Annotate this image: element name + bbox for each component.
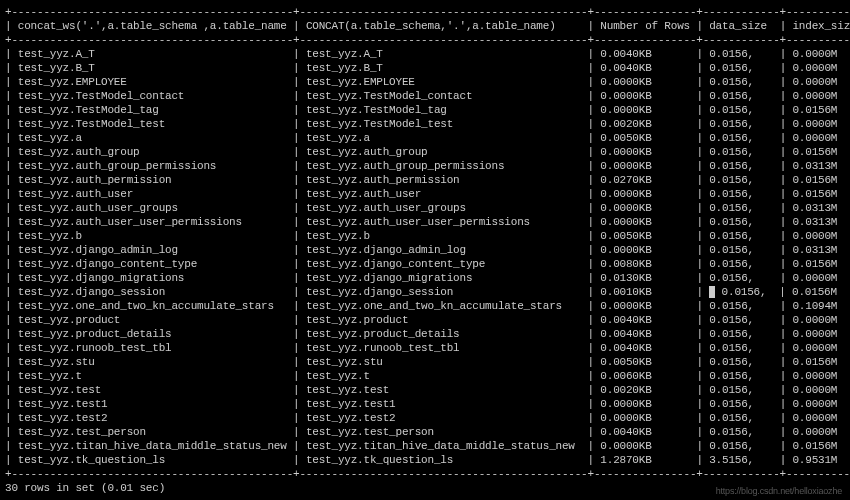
table-row: | test_yyz.auth_user_groups | test_yyz.a… — [5, 201, 845, 215]
cell: 0.0156M — [792, 174, 850, 186]
cell: 0.0000KB — [600, 90, 690, 102]
cell: 0.0156, — [709, 188, 773, 200]
cell: 0.0156, — [709, 230, 773, 242]
cell: 0.0156, — [709, 48, 773, 60]
table-row: | test_yyz.django_session | test_yyz.dja… — [5, 285, 845, 299]
cell: 0.0000M — [792, 62, 850, 74]
table-row: | test_yyz.auth_group | test_yyz.auth_gr… — [5, 145, 845, 159]
cell: 0.0156, — [709, 440, 773, 452]
table-row: | test_yyz.auth_permission | test_yyz.au… — [5, 173, 845, 187]
cell: test_yyz.product — [306, 314, 581, 326]
cell: test_yyz.titan_hive_data_middle_status_n… — [18, 440, 287, 452]
cell: 0.0156, — [709, 426, 773, 438]
table-row: | test_yyz.TestModel_contact | test_yyz.… — [5, 89, 845, 103]
cell: test_yyz.A_T — [306, 48, 581, 60]
cell: 0.0156, — [709, 356, 773, 368]
cell: 0.0313M — [792, 216, 850, 228]
cell: test_yyz.t — [306, 370, 581, 382]
cell: data_size — [709, 20, 773, 32]
cell: 0.0000KB — [600, 188, 690, 200]
table-row: | test_yyz.django_migrations | test_yyz.… — [5, 271, 845, 285]
table-row: | test_yyz.test2 | test_yyz.test2 | 0.00… — [5, 411, 845, 425]
table-row: | test_yyz.tk_question_ls | test_yyz.tk_… — [5, 453, 845, 467]
cell: 0.0000KB — [600, 202, 690, 214]
cell: test_yyz.django_session — [18, 286, 287, 298]
cell: test_yyz.EMPLOYEE — [18, 76, 287, 88]
cell: 0.0000KB — [600, 160, 690, 172]
table-row: | test_yyz.TestModel_test | test_yyz.Tes… — [5, 117, 845, 131]
cell: 0.0156, — [709, 146, 773, 158]
cell: 0.0156, — [709, 314, 773, 326]
cell: test_yyz.one_and_two_kn_accumulate_stars — [18, 300, 287, 312]
cell: test_yyz.TestModel_test — [306, 118, 581, 130]
cell: 0.0000KB — [600, 440, 690, 452]
cell: test_yyz.auth_group — [306, 146, 581, 158]
cell: 0.0156, — [709, 412, 773, 424]
cell: test_yyz.tk_question_ls — [306, 454, 581, 466]
cell: 0.0156, — [709, 174, 773, 186]
cell: test_yyz.TestModel_contact — [18, 90, 287, 102]
cell: 0.0156, — [709, 384, 773, 396]
cell: test_yyz.b — [18, 230, 287, 242]
cell: test_yyz.test2 — [306, 412, 581, 424]
cell: test_yyz.django_admin_log — [18, 244, 287, 256]
cell: 0.0270KB — [600, 174, 690, 186]
cell: 0.0000KB — [600, 398, 690, 410]
cell: test_yyz.django_admin_log — [306, 244, 581, 256]
cell: test_yyz.a — [306, 132, 581, 144]
cell: test_yyz.tk_question_ls — [18, 454, 287, 466]
cell: test_yyz.B_T — [18, 62, 287, 74]
cell: Number of Rows — [600, 20, 690, 32]
cell: 0.0000M — [792, 118, 850, 130]
cell: test_yyz.product_details — [18, 328, 287, 340]
cell: 3.5156, — [709, 454, 773, 466]
cell: test_yyz.TestModel_contact — [306, 90, 581, 102]
cell: test_yyz.TestModel_tag — [306, 104, 581, 116]
table-row: | test_yyz.b | test_yyz.b | 0.0050KB | 0… — [5, 229, 845, 243]
table-row: | test_yyz.test | test_yyz.test | 0.0020… — [5, 383, 845, 397]
cell: test_yyz.runoob_test_tbl — [18, 342, 287, 354]
table-header: | concat_ws('.',a.table_schema ,a.table_… — [5, 19, 845, 33]
cell: 0.0000M — [792, 76, 850, 88]
cell: 0.0050KB — [600, 132, 690, 144]
cell: 0.0060KB — [600, 370, 690, 382]
cell: 0.0156, — [715, 286, 773, 298]
cell: test_yyz.auth_user_user_permissions — [18, 216, 287, 228]
cell: 0.0050KB — [600, 230, 690, 242]
cell: 0.0000M — [792, 132, 850, 144]
cell: test_yyz.django_content_type — [18, 258, 287, 270]
cell: 0.0130KB — [600, 272, 690, 284]
cell: test_yyz.A_T — [18, 48, 287, 60]
query-result-table: +---------------------------------------… — [5, 5, 845, 495]
cell: test_yyz.titan_hive_data_middle_status_n… — [306, 440, 581, 452]
cell: 0.0156, — [709, 272, 773, 284]
cell: 0.0156, — [709, 258, 773, 270]
cell: 0.0050KB — [600, 356, 690, 368]
cell: test_yyz.auth_user — [18, 188, 287, 200]
table-row: | test_yyz.A_T | test_yyz.A_T | 0.0040KB… — [5, 47, 845, 61]
cell: index_size — [792, 20, 850, 32]
table-row: | test_yyz.EMPLOYEE | test_yyz.EMPLOYEE … — [5, 75, 845, 89]
cell: 0.0156M — [792, 104, 850, 116]
cell: test_yyz.django_migrations — [306, 272, 581, 284]
cell: 0.0020KB — [600, 384, 690, 396]
table-row: | test_yyz.stu | test_yyz.stu | 0.0050KB… — [5, 355, 845, 369]
cell: test_yyz.auth_group_permissions — [18, 160, 287, 172]
cell: 0.0156M — [792, 258, 850, 270]
table-row: | test_yyz.auth_user | test_yyz.auth_use… — [5, 187, 845, 201]
watermark: https://blog.csdn.net/helloxiaozhe — [716, 484, 842, 498]
table-row: | test_yyz.TestModel_tag | test_yyz.Test… — [5, 103, 845, 117]
table-row: | test_yyz.product_details | test_yyz.pr… — [5, 327, 845, 341]
table-row: | test_yyz.B_T | test_yyz.B_T | 0.0040KB… — [5, 61, 845, 75]
cell: 0.0156M — [792, 356, 850, 368]
cell: 0.0000M — [792, 48, 850, 60]
cell: 0.0156M — [792, 440, 850, 452]
cell: 0.0156, — [709, 104, 773, 116]
cell: concat_ws('.',a.table_schema ,a.table_na… — [18, 20, 287, 32]
cell: 0.0000M — [792, 90, 850, 102]
cell: CONCAT(a.table_schema,'.',a.table_name) — [306, 20, 581, 32]
cell: 0.0156, — [709, 76, 773, 88]
cell: test_yyz.test — [18, 384, 287, 396]
cell: 0.0156, — [709, 300, 773, 312]
cell: 0.1094M — [792, 300, 850, 312]
